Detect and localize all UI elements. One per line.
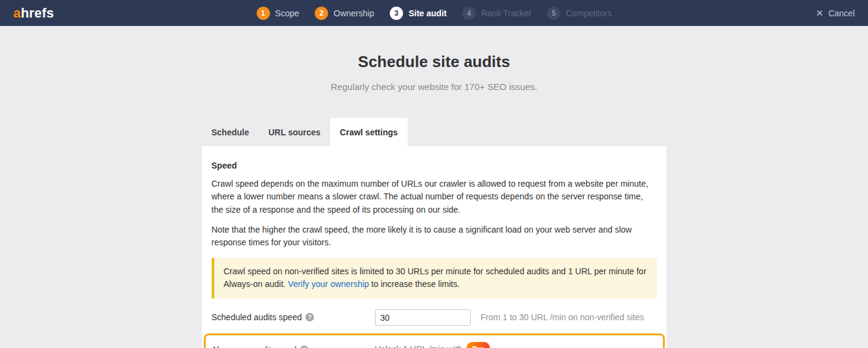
step-competitors: 5 Competitors <box>547 7 612 20</box>
page-subtitle: Regularly check your website for 170+ SE… <box>0 82 868 92</box>
unlock-pro-text: 1 URL /min with <box>400 344 462 348</box>
step-competitors-label: Competitors <box>566 8 612 18</box>
scheduled-speed-input[interactable] <box>375 309 471 326</box>
tab-url-sources[interactable]: URL sources <box>259 118 330 146</box>
ahrefs-logo[interactable]: ahrefs <box>13 5 54 21</box>
always-on-audit-speed-label: Always-on audit speed <box>212 345 297 348</box>
step-site-audit[interactable]: 3 Site audit <box>390 7 446 20</box>
settings-tabs: Schedule URL sources Crawl settings <box>202 118 667 146</box>
verification-notice: Crawl speed on non-verified sites is lim… <box>212 258 657 298</box>
close-icon: ✕ <box>816 8 824 18</box>
step-site-audit-number: 3 <box>390 7 403 20</box>
step-site-audit-label: Site audit <box>408 8 446 18</box>
page-title: Schedule site audits <box>0 26 868 71</box>
tab-crawl-settings[interactable]: Crawl settings <box>330 118 408 146</box>
unlock-pro-link[interactable]: Unlock <box>375 344 401 348</box>
speed-warning-paragraph: Note that the higher the crawl speed, th… <box>212 224 657 250</box>
logo-rest: hrefs <box>21 5 54 21</box>
page-header: Schedule site audits Regularly check you… <box>0 26 868 92</box>
always-on-highlight-box: Always-on audit speed ? Unlock 1 URL /mi… <box>204 334 665 348</box>
unlock-options: Unlock 1 URL /min withPro Unlock 30 URL … <box>375 342 558 348</box>
scheduled-audits-speed-label: Scheduled audits speed <box>212 312 302 322</box>
top-navbar: ahrefs 1 Scope 2 Ownership 3 Site audit … <box>0 0 868 26</box>
logo-letter-a: a <box>13 5 21 21</box>
step-competitors-number: 5 <box>547 7 561 20</box>
notice-text-after: to increase these limits. <box>369 279 460 289</box>
cancel-button[interactable]: ✕ Cancel <box>816 8 855 18</box>
pro-plan-badge[interactable]: Pro <box>466 342 489 348</box>
step-ownership-number: 2 <box>315 7 328 20</box>
scheduled-audits-speed-label-group: Scheduled audits speed ? <box>212 309 375 322</box>
step-scope-label: Scope <box>275 8 299 18</box>
unlock-pro-line: Unlock 1 URL /min withPro <box>375 342 558 348</box>
always-on-audit-speed-label-group: Always-on audit speed ? <box>212 342 375 348</box>
content-column: Schedule URL sources Crawl settings Spee… <box>202 118 667 348</box>
always-on-audit-speed-row: Always-on audit speed ? Unlock 1 URL /mi… <box>212 342 657 348</box>
step-ownership-label: Ownership <box>334 8 374 18</box>
step-rank-tracker-number: 4 <box>462 7 475 20</box>
help-icon[interactable]: ? <box>300 346 308 348</box>
step-scope-number: 1 <box>256 7 270 20</box>
step-ownership[interactable]: 2 Ownership <box>315 7 374 20</box>
verify-ownership-link[interactable]: Verify your ownership <box>288 279 369 289</box>
wizard-stepper: 1 Scope 2 Ownership 3 Site audit 4 Rank … <box>256 0 612 26</box>
step-rank-tracker: 4 Rank Tracker <box>462 7 531 20</box>
step-scope[interactable]: 1 Scope <box>256 7 299 20</box>
help-icon[interactable]: ? <box>305 313 314 321</box>
scheduled-audits-speed-row: Scheduled audits speed ? From 1 to 30 UR… <box>212 309 657 326</box>
crawl-settings-panel: Speed Crawl speed depends on the maximum… <box>202 146 667 348</box>
cancel-label: Cancel <box>828 8 855 18</box>
tab-schedule[interactable]: Schedule <box>202 118 259 146</box>
speed-description-paragraph: Crawl speed depends on the maximum numbe… <box>212 178 657 216</box>
speed-section-title: Speed <box>212 161 657 170</box>
step-rank-tracker-label: Rank Tracker <box>481 8 531 18</box>
scheduled-speed-hint: From 1 to 30 URL /min on non-verified si… <box>481 309 644 322</box>
